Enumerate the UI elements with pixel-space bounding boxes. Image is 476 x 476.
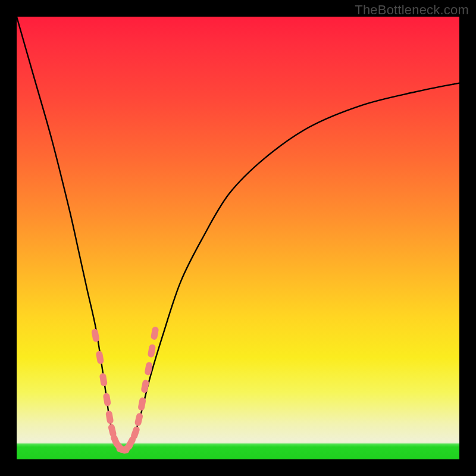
plot-area [17,17,459,459]
highlight-marker [140,379,149,393]
highlight-marker [91,328,100,343]
highlight-marker [130,425,141,440]
watermark-text: TheBottleneck.com [355,2,469,18]
highlight-markers [91,326,159,455]
bottleneck-curve [17,17,459,450]
highlight-marker [99,372,108,387]
highlight-marker [103,393,111,407]
highlight-marker [105,411,114,425]
chart-frame: TheBottleneck.com [0,0,476,476]
highlight-marker [134,412,143,427]
highlight-marker [96,350,105,365]
highlight-marker [151,326,159,340]
highlight-marker [137,397,146,411]
curve-svg [17,17,459,459]
highlight-marker [148,344,156,358]
